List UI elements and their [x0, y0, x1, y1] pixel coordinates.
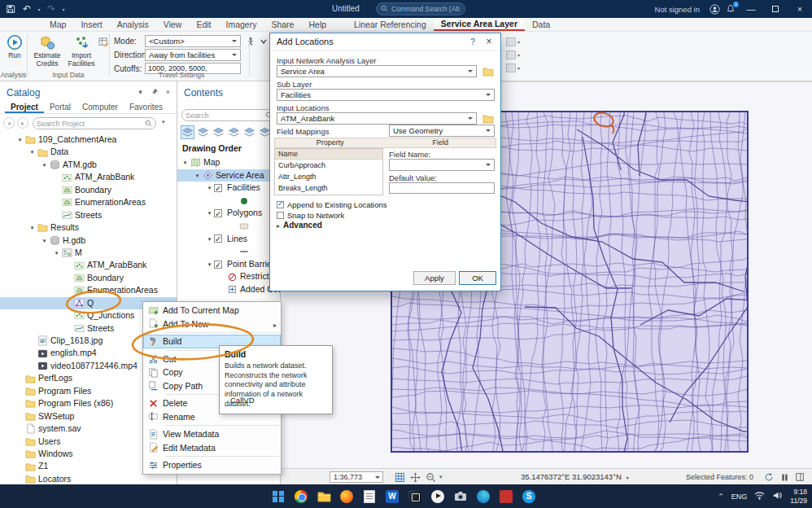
mode-combo[interactable]: <Custom>: [145, 35, 241, 47]
contents-item-point-barriers[interactable]: Point Barriers: [177, 258, 280, 271]
contents-item-symbol[interactable]: [177, 245, 280, 258]
catalog-item-atm-arabbank[interactable]: ATM_ArabBank: [0, 259, 177, 271]
catalog-search-box[interactable]: [33, 117, 156, 129]
ribbon-tab-analysis[interactable]: Analysis: [110, 18, 156, 31]
list-by-source-icon[interactable]: [196, 125, 210, 139]
scale-combo[interactable]: 1:36,773: [330, 471, 383, 483]
catalog-item-enumerationareas[interactable]: EnumerationAreas: [0, 284, 177, 296]
visibility-checkbox[interactable]: [214, 184, 222, 192]
signin-status[interactable]: Not signed in: [655, 5, 700, 14]
input-locations-combo[interactable]: ATM_ArabBank: [277, 112, 477, 125]
catalog-item-results[interactable]: Results: [0, 221, 177, 234]
catalog-item-109-catchmentarea[interactable]: 109_CatchmentArea: [0, 134, 177, 146]
close-button[interactable]: ×: [788, 0, 812, 18]
command-search-input[interactable]: [391, 5, 461, 13]
run-button[interactable]: Run: [2, 34, 28, 60]
tray-expand-icon[interactable]: ⌃: [718, 493, 724, 501]
panel-close-icon[interactable]: ×: [163, 86, 173, 97]
start-icon[interactable]: [270, 488, 286, 505]
ribbon-small-button-2[interactable]: [506, 49, 527, 60]
help-button[interactable]: ?: [466, 36, 479, 49]
menu-item-properties[interactable]: Properties: [143, 458, 281, 472]
redo-dropdown-icon[interactable]: [60, 2, 67, 16]
back-icon[interactable]: ◂: [3, 117, 15, 129]
visibility-checkbox[interactable]: [214, 209, 222, 217]
contents-search-input[interactable]: [186, 112, 265, 120]
catalog-search-input[interactable]: [37, 120, 145, 128]
notifications-icon[interactable]: 1: [723, 1, 739, 17]
contents-item-restriction[interactable]: Restriction: [177, 270, 280, 283]
expander-icon[interactable]: [181, 156, 190, 169]
ribbon-tab-linear-referencing[interactable]: Linear Referencing: [347, 18, 434, 31]
pan-arrows-icon[interactable]: [408, 471, 421, 484]
zoom-selection-icon[interactable]: [424, 471, 437, 484]
catalog-item-boundary[interactable]: Boundary: [0, 184, 177, 196]
refresh-icon[interactable]: [762, 471, 775, 484]
expander-icon[interactable]: [28, 146, 37, 158]
property-row[interactable]: CurbApproach: [275, 160, 382, 171]
contents-item-polygons[interactable]: Polygons: [177, 207, 280, 220]
catalog-tab-project[interactable]: Project: [5, 101, 44, 113]
catalog-item-atm-arabbank[interactable]: ATM_ArabBank: [0, 171, 177, 183]
expander-icon[interactable]: [205, 182, 214, 195]
catalog-item-m[interactable]: M: [0, 247, 177, 259]
menu-item-add-to-new[interactable]: Add To New: [143, 318, 281, 331]
statusbar-caret-icon[interactable]: ▾: [439, 474, 443, 480]
browse-folder-icon[interactable]: [481, 65, 495, 77]
ribbon-tab-view[interactable]: View: [156, 18, 190, 31]
browse-folder-icon[interactable]: [481, 112, 495, 125]
contents-item-symbol[interactable]: [177, 195, 280, 208]
contents-item-added-cost[interactable]: Added Cost: [177, 283, 280, 296]
language-indicator[interactable]: ENG: [731, 493, 748, 501]
default-value-input[interactable]: [389, 182, 495, 194]
menu-item-view-metadata[interactable]: View Metadata: [143, 427, 281, 441]
coordinates-display[interactable]: 35.1476372°E 31.9023143°N: [521, 469, 629, 484]
camera-icon[interactable]: [452, 488, 469, 505]
property-row[interactable]: Breaks_Length: [275, 182, 382, 194]
list-by-drawing-order-icon[interactable]: [181, 125, 194, 139]
account-icon[interactable]: [706, 1, 723, 17]
spatial-grid-icon[interactable]: [393, 471, 406, 484]
dialog-titlebar[interactable]: Add Locations ? ×: [270, 33, 500, 51]
travel-mode-icon[interactable]: [244, 35, 256, 47]
notepad-icon[interactable]: [361, 488, 378, 505]
undo-icon[interactable]: [20, 2, 34, 16]
save-icon[interactable]: [3, 2, 18, 16]
ribbon-tab-help[interactable]: Help: [301, 18, 334, 31]
direction-combo[interactable]: Away from facilities: [145, 49, 241, 61]
ok-button[interactable]: OK: [459, 271, 496, 285]
word-icon[interactable]: [384, 488, 400, 505]
apply-button[interactable]: Apply: [413, 271, 456, 285]
contents-item-map[interactable]: Map: [177, 156, 280, 169]
undo-dropdown-icon[interactable]: [36, 2, 42, 16]
acrobat-icon[interactable]: [498, 488, 514, 505]
command-search[interactable]: [376, 2, 465, 15]
catalog-tab-portal[interactable]: Portal: [44, 101, 76, 113]
dialog-close-button[interactable]: ×: [482, 35, 495, 48]
catalog-tab-favorites[interactable]: Favorites: [124, 101, 168, 113]
ribbon-tab-insert[interactable]: Insert: [73, 18, 109, 31]
checkbox-snap-to-network[interactable]: Snap to Network: [277, 210, 344, 220]
contents-item-service-area[interactable]: Service Area: [177, 169, 280, 182]
field-mappings-combo[interactable]: Use Geometry: [389, 125, 495, 137]
expander-icon[interactable]: [28, 221, 37, 234]
catalog-item-boundary[interactable]: Boundary: [0, 272, 177, 284]
ribbon-tab-imagery[interactable]: Imagery: [218, 18, 264, 31]
expander-icon[interactable]: [40, 234, 49, 247]
pin-icon[interactable]: [149, 86, 159, 97]
catalog-item-streets[interactable]: Streets: [0, 209, 177, 221]
skype-icon[interactable]: [521, 488, 537, 505]
list-by-selection-icon[interactable]: [212, 125, 225, 139]
edit-table-icon[interactable]: [98, 36, 110, 48]
catalog-item-h-gdb[interactable]: H.gdb: [0, 234, 177, 247]
input-layer-combo[interactable]: Service Area: [277, 65, 477, 77]
ribbon-tab-data[interactable]: Data: [525, 18, 557, 31]
checkbox-icon[interactable]: [277, 201, 284, 208]
ribbon-tab-service-area-layer[interactable]: Service Area Layer: [434, 18, 525, 31]
list-by-editing-icon[interactable]: [227, 125, 241, 139]
layers-panel-icon[interactable]: [793, 471, 806, 484]
visibility-checkbox[interactable]: [214, 261, 222, 269]
ribbon-tab-edit[interactable]: Edit: [189, 18, 218, 31]
photos-icon[interactable]: [407, 488, 423, 505]
estimate-credits-button[interactable]: Estimate Credits: [29, 34, 65, 68]
